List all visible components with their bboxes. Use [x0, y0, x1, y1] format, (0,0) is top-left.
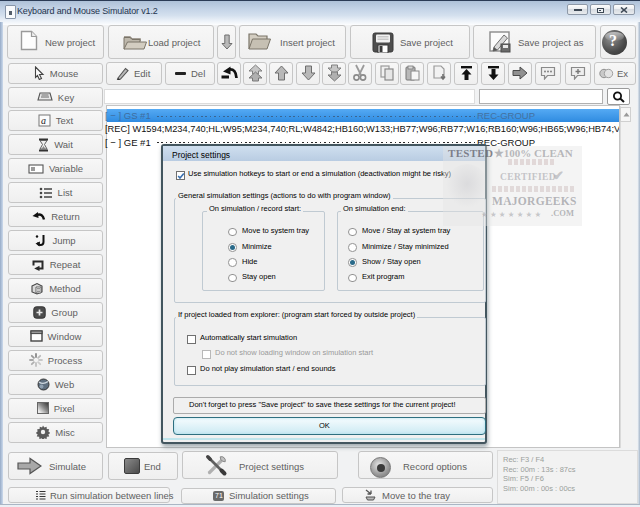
svg-text:a: a — [41, 115, 46, 126]
